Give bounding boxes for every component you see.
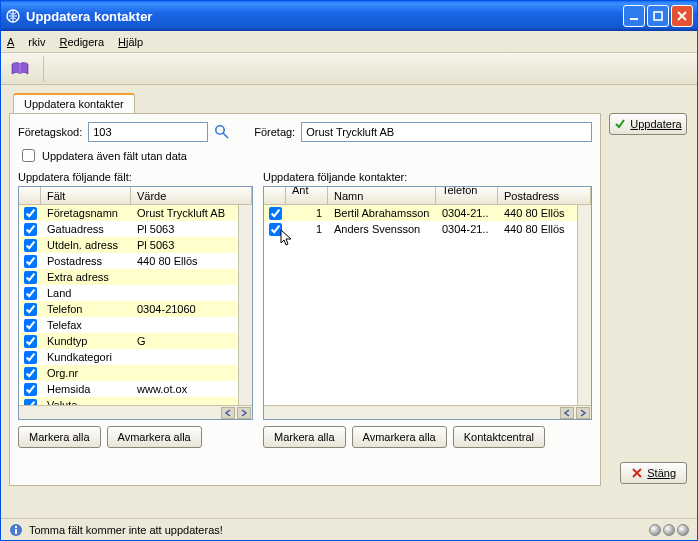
foretag-input[interactable] (301, 122, 592, 142)
fields-unmark-all-button[interactable]: Avmarkera alla (107, 426, 202, 448)
menu-arkiv[interactable]: Arkiv (7, 36, 45, 48)
contacts-col-chk[interactable] (264, 187, 286, 204)
fields-row[interactable]: Extra adress (19, 269, 238, 285)
cell-falt: Utdeln. adress (41, 237, 131, 253)
fields-vscroll[interactable] (238, 205, 252, 405)
scroll-left-icon[interactable] (560, 407, 574, 419)
cell-telefon: 0304-21.. (436, 221, 498, 237)
scroll-right-icon[interactable] (576, 407, 590, 419)
cell-varde: Pl 5063 (131, 221, 238, 237)
row-checkbox[interactable] (24, 271, 37, 284)
uppdatera-aven-checkbox[interactable] (22, 149, 35, 162)
cell-telefon: 0304-21.. (436, 205, 498, 221)
cell-ant: 1 (286, 221, 328, 237)
fields-row[interactable]: GatuadressPl 5063 (19, 221, 238, 237)
row-checkbox[interactable] (269, 207, 282, 220)
fields-row[interactable]: Land (19, 285, 238, 301)
row-checkbox[interactable] (24, 367, 37, 380)
foretag-label: Företag: (254, 126, 295, 138)
row-checkbox[interactable] (24, 335, 37, 348)
contacts-col-ant[interactable]: Ant … (286, 187, 328, 204)
fields-col-varde[interactable]: Värde (131, 187, 252, 204)
cell-varde (131, 365, 238, 381)
contacts-vscroll[interactable] (577, 205, 591, 405)
stang-button[interactable]: Stäng (620, 462, 687, 484)
fields-col-falt[interactable]: Fält (41, 187, 131, 204)
toolbar (1, 53, 697, 85)
fields-row[interactable]: Telefax (19, 317, 238, 333)
fields-row[interactable]: Valuta (19, 397, 238, 405)
app-window: Uppdatera kontakter Arkiv Redigera Hjälp (0, 0, 698, 541)
scroll-left-icon[interactable] (221, 407, 235, 419)
svg-point-3 (216, 126, 224, 134)
cell-falt: Företagsnamn (41, 205, 131, 221)
contacts-col-namn[interactable]: Namn (328, 187, 436, 204)
menu-redigera[interactable]: Redigera (59, 36, 104, 48)
fields-row[interactable]: Telefon0304-21060 (19, 301, 238, 317)
row-checkbox[interactable] (269, 223, 282, 236)
fields-row[interactable]: Hemsidawww.ot.ox (19, 381, 238, 397)
scroll-right-icon[interactable] (237, 407, 251, 419)
contacts-row[interactable]: 1Bertil Abrahamsson0304-21..440 80 Ellös (264, 205, 577, 221)
row-checkbox[interactable] (24, 223, 37, 236)
row-checkbox[interactable] (24, 303, 37, 316)
app-icon (5, 8, 21, 24)
contacts-mark-all-button[interactable]: Markera alla (263, 426, 346, 448)
kontaktcentral-button[interactable]: Kontaktcentral (453, 426, 545, 448)
menu-hjalp[interactable]: Hjälp (118, 36, 143, 48)
contacts-col-telefon[interactable]: Telefon … (436, 187, 498, 204)
close-button[interactable] (671, 5, 693, 27)
row-checkbox[interactable] (24, 255, 37, 268)
maximize-button[interactable] (647, 5, 669, 27)
row-checkbox[interactable] (24, 287, 37, 300)
cell-falt: Kundkategori (41, 349, 131, 365)
fields-row[interactable]: Utdeln. adressPl 5063 (19, 237, 238, 253)
cell-varde: Pl 5063 (131, 237, 238, 253)
cell-falt: Extra adress (41, 269, 131, 285)
contacts-grid: Ant … Namn Telefon … Postadress 1Bertil … (263, 186, 592, 420)
row-checkbox[interactable] (24, 383, 37, 396)
foretagskod-input[interactable] (88, 122, 208, 142)
cell-varde (131, 317, 238, 333)
cell-falt: Telefon (41, 301, 131, 317)
content-area: Uppdatera kontakter Företagskod: Företag… (1, 85, 697, 518)
cell-falt: Org.nr (41, 365, 131, 381)
fields-row[interactable]: FöretagsnamnOrust Tryckluft AB (19, 205, 238, 221)
svg-rect-1 (630, 18, 638, 20)
fields-col-chk[interactable] (19, 187, 41, 204)
titlebar: Uppdatera kontakter (1, 1, 697, 31)
close-icon (631, 467, 643, 479)
fields-row[interactable]: KundtypG (19, 333, 238, 349)
toolbar-book-icon[interactable] (7, 56, 33, 82)
minimize-button[interactable] (623, 5, 645, 27)
cell-varde (131, 349, 238, 365)
fields-row[interactable]: Postadress440 80 Ellös (19, 253, 238, 269)
row-checkbox[interactable] (24, 319, 37, 332)
cell-falt: Valuta (41, 397, 131, 405)
contacts-row[interactable]: 1Anders Svensson0304-21..440 80 Ellös (264, 221, 577, 237)
cell-varde: www.ot.ox (131, 381, 238, 397)
fields-grid: Fält Värde FöretagsnamnOrust Tryckluft A… (18, 186, 253, 420)
cell-falt: Gatuadress (41, 221, 131, 237)
contacts-hscroll[interactable] (264, 405, 591, 419)
fields-hscroll[interactable] (19, 405, 252, 419)
cell-post: 440 80 Ellös (498, 221, 577, 237)
fields-row[interactable]: Org.nr (19, 365, 238, 381)
contacts-unmark-all-button[interactable]: Avmarkera alla (352, 426, 447, 448)
cell-varde: G (131, 333, 238, 349)
contacts-col-post[interactable]: Postadress (498, 187, 591, 204)
cell-varde: 440 80 Ellös (131, 253, 238, 269)
fields-row[interactable]: Kundkategori (19, 349, 238, 365)
row-checkbox[interactable] (24, 351, 37, 364)
status-text: Tomma fält kommer inte att uppdateras! (29, 524, 223, 536)
cell-varde: Orust Tryckluft AB (131, 205, 238, 221)
tab-uppdatera-kontakter[interactable]: Uppdatera kontakter (13, 93, 135, 113)
search-icon[interactable] (214, 124, 230, 140)
uppdatera-button[interactable]: Uppdatera (609, 113, 687, 135)
statusbar: Tomma fält kommer inte att uppdateras! (1, 518, 697, 540)
fields-mark-all-button[interactable]: Markera alla (18, 426, 101, 448)
row-checkbox[interactable] (24, 207, 37, 220)
row-checkbox[interactable] (24, 239, 37, 252)
fields-title: Uppdatera följande fält: (18, 171, 253, 183)
cell-falt: Hemsida (41, 381, 131, 397)
